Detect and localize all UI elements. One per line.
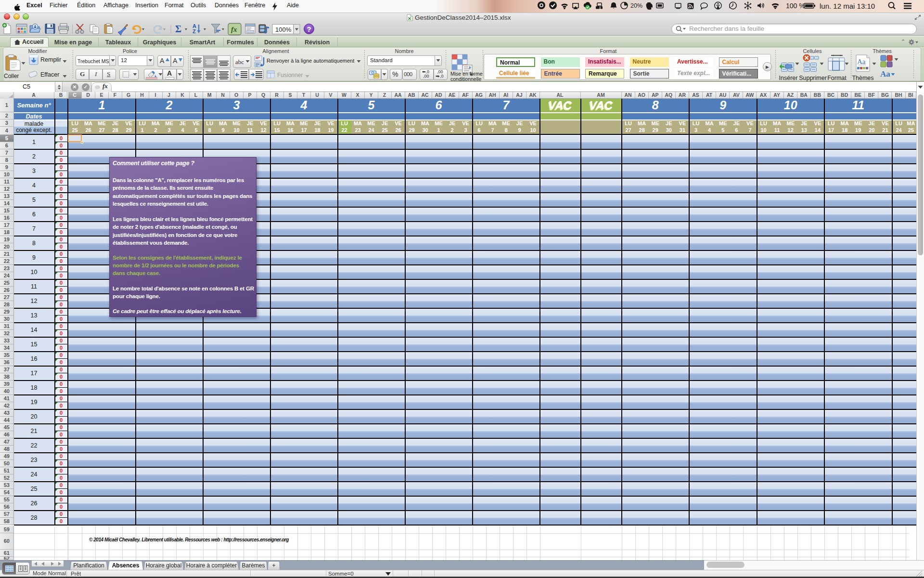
svg-text:Aa: Aa (857, 58, 866, 66)
svg-text:Σ: Σ (175, 24, 181, 34)
svg-text:100%: 100% (275, 26, 292, 33)
svg-text:lun. 12 mai 13:10: lun. 12 mai 13:10 (820, 2, 875, 10)
svg-text:100 %: 100 % (786, 2, 805, 10)
svg-text:fx: fx (231, 26, 237, 33)
svg-text:20%: 20% (630, 2, 642, 9)
svg-text:Z: Z (192, 28, 196, 34)
